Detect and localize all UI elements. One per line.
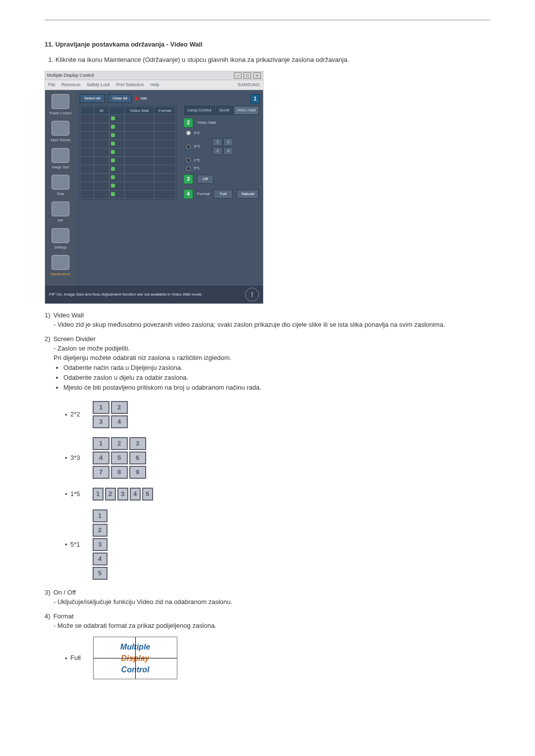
cell[interactable]: 4: [223, 147, 233, 155]
sidebar-item-power[interactable]: Power Control: [45, 111, 76, 116]
col-check[interactable]: [81, 106, 94, 115]
item-4-title: Format: [54, 612, 74, 620]
status-dot: [111, 133, 115, 137]
clear-all-button[interactable]: Clear All: [108, 94, 132, 103]
top-controls: Select All Clear All Idle: [80, 94, 176, 103]
table-row[interactable]: [81, 165, 176, 174]
cell: 1: [93, 488, 104, 501]
item-1: 1) Video Wall Video zid je skup međusobn…: [45, 311, 490, 330]
menu-portselection[interactable]: Port Selection: [116, 82, 144, 87]
opt-5x1[interactable]: 5*1: [186, 165, 260, 171]
pip-icon[interactable]: [52, 202, 69, 216]
menu-safetylock[interactable]: Safety Lock: [87, 82, 110, 87]
brand-label: SAMSUNG: [237, 82, 260, 88]
menu-file[interactable]: File: [48, 82, 55, 87]
opt-1x5[interactable]: 1*5: [186, 157, 260, 163]
cell[interactable]: 1: [213, 138, 222, 146]
col-format[interactable]: Format: [154, 106, 176, 115]
col-id[interactable]: ID: [94, 106, 109, 115]
full-line-3: Control: [121, 664, 150, 675]
menu-remocon[interactable]: Remocon: [61, 82, 81, 87]
sidebar-item-imagesize[interactable]: Image Size: [45, 165, 76, 170]
tab-lampcontrol[interactable]: Lamp Control: [184, 106, 215, 115]
cell[interactable]: 3: [213, 147, 222, 155]
power-icon[interactable]: [52, 94, 69, 109]
sidebar-item-settings[interactable]: Settings: [45, 245, 76, 250]
cell: 1: [93, 509, 107, 522]
cell[interactable]: 2: [223, 138, 233, 146]
item-2-b1: Odaberite način rada u Dijeljenju zaslon…: [63, 363, 490, 373]
maximize-icon[interactable]: □: [243, 72, 251, 79]
format-label: Format: [197, 191, 210, 197]
cell: 5: [142, 488, 153, 501]
item-3-p1: Uključuje/isključuje funkciju Video zid …: [54, 598, 232, 605]
cell: 9: [129, 466, 146, 479]
cell: 6: [129, 452, 146, 464]
marker-4: 4: [183, 189, 193, 199]
item-2-p1: Zaslon se može podijeliti.: [54, 345, 130, 352]
panel-title: Video Wall: [197, 120, 216, 126]
settings-icon[interactable]: [52, 228, 69, 243]
tab-videowall[interactable]: Video Wall: [234, 106, 260, 115]
title-bar: Multiple Display Control – □ ×: [45, 71, 263, 80]
item-2-p2: Pri dijeljenju možete odabrati niz zaslo…: [54, 354, 231, 361]
menu-bar: File Remocon Safety Lock Port Selection …: [45, 80, 263, 90]
opt-2x2[interactable]: 2*2: [186, 130, 260, 136]
cell: 2: [105, 488, 116, 501]
table-row[interactable]: [81, 174, 176, 182]
title-text: Multiple Display Control: [47, 72, 94, 79]
select-all-button[interactable]: Select All: [80, 94, 105, 103]
layout-label-1x5: 1*5: [64, 487, 92, 501]
maintenance-icon[interactable]: [52, 255, 69, 270]
window-buttons[interactable]: – □ ×: [233, 72, 261, 79]
minimize-icon[interactable]: –: [234, 72, 242, 79]
table-row[interactable]: [81, 132, 176, 140]
cell: 3: [93, 415, 109, 428]
imagesize-icon[interactable]: [52, 148, 69, 163]
cell: 4: [93, 553, 107, 565]
menu-help[interactable]: Help: [150, 82, 160, 87]
full-line-1: Multiple: [120, 641, 150, 653]
layout-label-5x1: 5*1: [64, 509, 92, 580]
layout-label-2x2: 2*2: [64, 401, 92, 429]
cell: 5: [111, 452, 128, 464]
input-icon[interactable]: [52, 121, 69, 136]
table-row[interactable]: [81, 149, 176, 157]
natural-button[interactable]: Natural: [237, 190, 259, 199]
sidebar-item-time[interactable]: Time: [45, 192, 76, 197]
item-2-title: Screen Divider: [54, 335, 96, 343]
marker-1: 1: [250, 94, 260, 104]
layout-label-3x3: 3*3: [64, 437, 92, 479]
item-1-title: Video Wall: [54, 311, 84, 319]
sidebar-item-maintenance[interactable]: Maintenance: [45, 272, 76, 277]
table-row[interactable]: [81, 182, 176, 191]
marker-2: 2: [183, 118, 193, 128]
cell: 3: [129, 437, 146, 450]
table-row[interactable]: [81, 191, 176, 199]
app-body: Power Control Input Source Image Size Ti…: [45, 90, 263, 286]
table-row[interactable]: [81, 157, 176, 165]
sidebar-item-pip[interactable]: PIP: [45, 218, 76, 223]
layout-label-full: Full: [64, 636, 93, 680]
status-dot: [111, 116, 115, 120]
off-button[interactable]: Off: [197, 175, 214, 184]
tab-scroll[interactable]: Scroll: [216, 106, 233, 115]
sidebar-item-input[interactable]: Input Source: [45, 138, 76, 143]
table-row[interactable]: [81, 123, 176, 132]
time-icon[interactable]: [52, 175, 69, 190]
col-status[interactable]: [109, 106, 125, 115]
status-dot: [111, 150, 115, 154]
table-row[interactable]: [81, 115, 176, 123]
item-4: 4) Format Može se odabrati format za pri…: [45, 612, 490, 680]
full-format-image: Multiple Display Control: [93, 637, 177, 679]
full-button[interactable]: Full: [214, 190, 233, 199]
status-dot: [111, 142, 115, 146]
cell: 2: [93, 524, 107, 537]
close-icon[interactable]: ×: [253, 72, 261, 79]
col-videowall[interactable]: Video Wall: [125, 106, 154, 115]
cell: 1: [93, 401, 109, 414]
opt-3x3[interactable]: 3*3 12 34: [186, 138, 260, 154]
idle-indicator: Idle: [135, 96, 147, 101]
status-bar: PIP On, Image Size and Auto Adjustment f…: [45, 286, 263, 303]
table-row[interactable]: [81, 140, 176, 149]
